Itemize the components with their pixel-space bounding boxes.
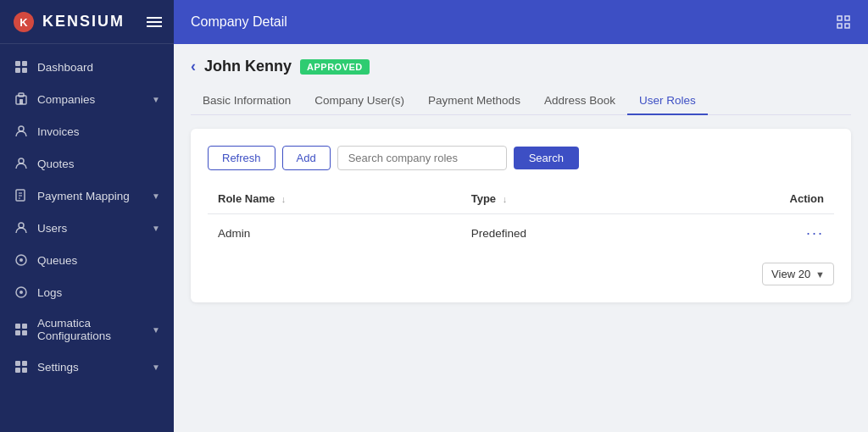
sidebar-item-logs-label: Logs [37,286,160,299]
sidebar-item-quotes[interactable]: Quotes [0,147,174,180]
tab-company-users[interactable]: Company User(s) [303,87,416,115]
tab-payment-methods[interactable]: Payment Methods [416,87,532,115]
tab-address-book[interactable]: Address Book [532,87,627,115]
page-header: ‹ John Kenny APPROVED [191,58,851,75]
svg-rect-9 [19,99,23,104]
sidebar-item-logs[interactable]: Logs [0,276,174,308]
user-roles-card: Refresh Add Search Role Name ↓ Type ↓ [191,129,851,302]
sort-icon-role[interactable]: ↓ [281,194,287,204]
svg-rect-5 [22,68,27,73]
queues-icon [14,252,29,268]
chevron-down-icon: ▼ [152,95,160,104]
kensium-logo-icon: K [12,10,36,34]
chevron-down-icon-payment: ▼ [152,191,160,201]
sidebar-logo: K KENSIUM [0,0,174,44]
role-name-cell: Admin [208,214,461,253]
svg-rect-4 [15,68,20,73]
svg-rect-25 [15,361,20,366]
svg-point-10 [19,126,24,131]
tab-user-roles[interactable]: User Roles [627,87,708,115]
chevron-down-icon-acumatica: ▼ [152,325,160,335]
company-name: John Kenny [204,58,292,75]
sort-icon-type[interactable]: ↓ [503,194,508,204]
page-title: Company Detail [191,14,287,30]
sidebar-item-acumatica-label: Acumatica Configurations [37,317,143,342]
tab-bar: Basic Information Company User(s) Paymen… [191,87,851,115]
svg-rect-28 [22,368,27,373]
svg-rect-2 [15,61,20,66]
svg-rect-3 [22,61,27,66]
sidebar-item-invoices[interactable]: Invoices [0,115,174,147]
sidebar-item-dashboard[interactable]: Dashboard [0,51,174,83]
sidebar-item-quotes-label: Quotes [37,158,160,170]
table-header: Role Name ↓ Type ↓ Action [208,184,834,214]
sidebar-item-users-label: Users [37,222,143,235]
users-icon [14,220,29,235]
sidebar-navigation: Dashboard Companies ▼ [0,44,174,432]
sidebar-item-queues-label: Queues [37,254,160,267]
add-button[interactable]: Add [282,146,331,170]
hamburger-menu-button[interactable] [147,14,162,30]
svg-point-20 [19,291,23,294]
svg-rect-29 [837,16,842,20]
svg-point-18 [19,258,23,262]
pagination: View 20 ▼ [208,263,834,285]
sidebar-item-acumatica[interactable]: Acumatica Configurations ▼ [0,308,174,351]
chevron-down-icon-users: ▼ [152,224,160,233]
document-icon [14,188,29,203]
svg-rect-26 [22,361,27,366]
card-toolbar: Refresh Add Search [208,146,834,170]
svg-rect-7 [19,93,24,97]
building-icon [14,91,29,107]
col-action: Action [677,184,834,214]
table-row: Admin Predefined ··· [208,214,834,253]
sidebar-item-users[interactable]: Users ▼ [0,212,174,244]
sidebar-item-companies[interactable]: Companies ▼ [0,83,174,115]
content-area: ‹ John Kenny APPROVED Basic Information … [174,44,868,432]
quotes-icon [14,156,29,171]
sidebar: K KENSIUM Dashboard [0,0,174,432]
view-select-label: View 20 [771,268,810,280]
sidebar-item-queues[interactable]: Queues [0,244,174,276]
back-button[interactable]: ‹ [191,58,196,75]
chevron-down-icon-pagination: ▼ [815,269,825,280]
sidebar-item-companies-label: Companies [37,93,143,106]
sidebar-item-payment-mapping-label: Payment Mapping [37,190,143,202]
grid-icon [14,59,29,75]
sidebar-item-settings-label: Settings [37,361,143,374]
table-body: Admin Predefined ··· [208,214,834,253]
view-select-button[interactable]: View 20 ▼ [762,263,834,285]
svg-rect-31 [837,24,842,28]
sidebar-item-dashboard-label: Dashboard [37,61,160,74]
action-cell: ··· [677,214,834,253]
svg-text:K: K [19,16,28,29]
sidebar-item-payment-mapping[interactable]: Payment Mapping ▼ [0,180,174,212]
sidebar-item-settings[interactable]: Settings ▼ [0,351,174,383]
svg-point-16 [19,223,24,228]
col-role-name: Role Name ↓ [208,184,461,214]
roles-table: Role Name ↓ Type ↓ Action A [208,184,834,252]
search-input[interactable] [337,146,507,170]
chevron-down-icon-settings: ▼ [152,363,160,372]
sidebar-logo-text: KENSIUM [42,13,125,30]
main-content: Company Detail ‹ John Kenny APPROVED Bas… [174,0,868,432]
logs-icon [14,285,29,300]
svg-rect-30 [845,16,849,20]
refresh-button[interactable]: Refresh [208,146,275,170]
col-type: Type ↓ [461,184,678,214]
expand-icon[interactable] [836,14,851,30]
sidebar-item-invoices-label: Invoices [37,125,160,138]
status-badge: APPROVED [300,59,370,75]
person-icon [14,124,29,139]
svg-rect-21 [15,324,20,329]
svg-rect-23 [15,330,20,335]
action-menu-button[interactable]: ··· [806,224,824,241]
svg-rect-24 [22,330,27,335]
search-button[interactable]: Search [514,147,579,169]
top-header: Company Detail [174,0,868,44]
type-cell: Predefined [461,214,678,253]
svg-rect-22 [22,324,27,329]
tab-basic-information[interactable]: Basic Information [191,87,303,115]
svg-rect-32 [845,24,849,28]
svg-rect-27 [15,368,20,373]
